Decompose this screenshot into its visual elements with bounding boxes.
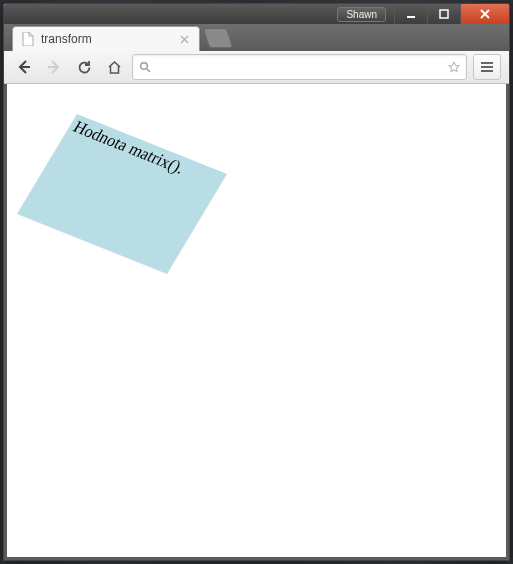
window-titlebar[interactable]: Shawn — [4, 4, 509, 24]
menu-button[interactable] — [473, 54, 501, 80]
file-icon — [21, 32, 35, 46]
omnibox[interactable] — [132, 54, 467, 80]
arrow-left-icon — [16, 59, 32, 75]
tab-strip: transform — [4, 24, 509, 51]
hamburger-icon — [480, 61, 494, 73]
back-button[interactable] — [12, 55, 36, 79]
bookmark-star-icon[interactable] — [448, 61, 460, 73]
maximize-icon — [438, 8, 450, 20]
minimize-icon — [405, 8, 417, 20]
tab-close-button[interactable] — [177, 32, 191, 46]
reload-button[interactable] — [72, 55, 96, 79]
svg-point-2 — [141, 63, 148, 70]
search-icon — [139, 61, 151, 73]
close-button[interactable] — [460, 4, 509, 24]
forward-button[interactable] — [42, 55, 66, 79]
svg-rect-1 — [440, 10, 448, 18]
close-icon — [180, 35, 189, 44]
omnibox-input[interactable] — [157, 59, 442, 75]
browser-window: Shawn transform — [3, 3, 510, 561]
maximize-button[interactable] — [427, 4, 460, 24]
box-text: Hodnota matrix(). — [70, 118, 188, 177]
new-tab-button[interactable] — [203, 28, 233, 48]
tab-title: transform — [41, 32, 171, 46]
arrow-right-icon — [46, 59, 62, 75]
minimize-button[interactable] — [394, 4, 427, 24]
page-content: Hodnota matrix(). — [4, 84, 509, 560]
reload-icon — [77, 60, 92, 75]
tab-active[interactable]: transform — [12, 26, 200, 51]
svg-rect-0 — [407, 16, 415, 18]
home-button[interactable] — [102, 55, 126, 79]
toolbar — [4, 51, 509, 84]
home-icon — [107, 60, 122, 75]
close-icon — [479, 8, 491, 20]
transformed-box: Hodnota matrix(). — [17, 114, 227, 274]
user-badge[interactable]: Shawn — [337, 7, 386, 22]
